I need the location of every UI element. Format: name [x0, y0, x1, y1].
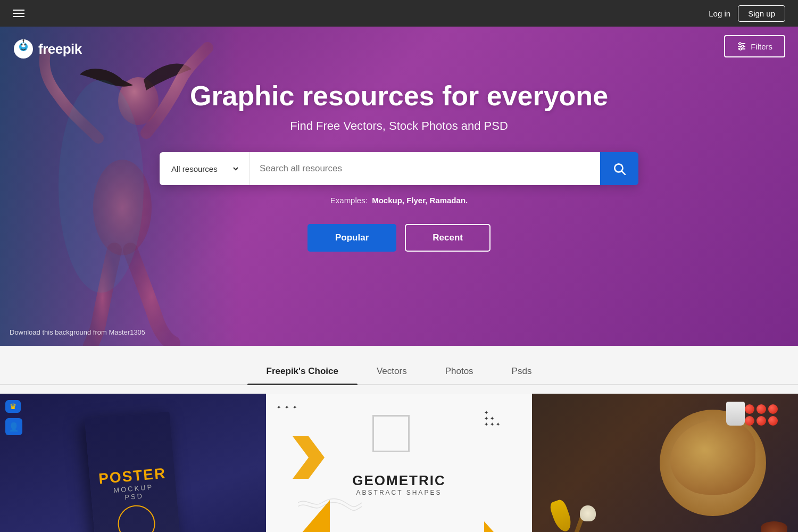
geo-dots-right: ✦✦ ✦✦ ✦ ✦: [484, 410, 500, 427]
svg-marker-18: [293, 436, 325, 479]
psd-label: PSD: [124, 492, 144, 501]
search-category-dropdown[interactable]: All resources Vectors Photos PSDs Icons: [160, 152, 250, 185]
geometric-center-text: GEOMETRIC ABSTRACT SHAPES: [352, 472, 445, 496]
search-input[interactable]: [250, 163, 600, 174]
geo-triangle-right: [484, 521, 532, 532]
tomato-2: [757, 404, 766, 414]
svg-point-13: [739, 43, 741, 45]
food-garlic: [580, 505, 596, 521]
login-link[interactable]: Log in: [709, 9, 730, 18]
tab-freepiks-choice[interactable]: Freepik's Choice: [247, 361, 358, 384]
grid-item-food[interactable]: [532, 394, 798, 532]
category-select[interactable]: All resources Vectors Photos PSDs Icons: [169, 164, 240, 174]
user-icon: 👤: [9, 422, 19, 432]
examples-prefix: Examples:: [330, 196, 368, 205]
user-icon-badge: 👤: [5, 418, 22, 435]
logo-text: freepik: [38, 41, 82, 57]
filters-label: Filters: [751, 42, 772, 51]
svg-line-17: [622, 171, 625, 174]
freepik-logo-icon: [13, 38, 34, 60]
hero-subtitle: Find Free Vectors, Stock Photos and PSD: [11, 119, 787, 133]
search-bar: All resources Vectors Photos PSDs Icons: [160, 152, 638, 185]
filters-icon: [737, 41, 746, 51]
search-button[interactable]: [600, 152, 638, 185]
nav-right: Log in Sign up: [709, 5, 785, 22]
tomato-1: [745, 404, 754, 414]
content-grid: ♛ 👤 POSTER MOCKUP PSD ✦ ✦ ✦ GEOMETRIC AB…: [0, 394, 798, 532]
svg-point-6: [21, 44, 23, 46]
hero-credit: Download this background from Master1305: [10, 328, 145, 336]
food-background: [532, 394, 798, 532]
geo-dots: ✦ ✦ ✦: [277, 404, 298, 410]
pro-badge: ♛: [5, 400, 21, 413]
filters-button[interactable]: Filters: [724, 35, 785, 57]
svg-point-14: [742, 45, 744, 47]
svg-point-15: [739, 48, 742, 50]
logo[interactable]: freepik: [13, 38, 82, 60]
examples-text: Mockup, Flyer, Ramadan.: [372, 196, 468, 205]
food-pepper: [548, 498, 575, 532]
geo-arrow-shape: [293, 436, 325, 481]
search-input-wrapper: [250, 152, 600, 185]
crown-icon: ♛: [10, 402, 16, 411]
tab-vectors[interactable]: Vectors: [358, 361, 426, 384]
tabs-section: Freepik's Choice Vectors Photos Psds: [0, 346, 798, 385]
grid-item-geometric[interactable]: ✦ ✦ ✦ GEOMETRIC ABSTRACT SHAPES ✦✦ ✦✦ ✦ …: [266, 394, 532, 532]
hero-actions: Popular Recent: [11, 224, 787, 252]
hero-content: Graphic resources for everyone Find Free…: [0, 80, 798, 252]
tomato-5: [757, 416, 766, 426]
grid-item-poster[interactable]: ♛ 👤 POSTER MOCKUP PSD: [0, 394, 266, 532]
tab-photos[interactable]: Photos: [426, 361, 493, 384]
popular-button[interactable]: Popular: [307, 224, 396, 252]
svg-point-9: [23, 39, 24, 41]
geometric-title: GEOMETRIC: [352, 472, 445, 489]
tabs-list: Freepik's Choice Vectors Photos Psds: [0, 361, 798, 385]
food-tomatoes: [745, 404, 787, 426]
poster-mockup-visual: POSTER MOCKUP PSD: [85, 412, 181, 532]
tomato-6: [768, 416, 778, 426]
geo-rect-decoration: [372, 415, 410, 452]
search-icon: [612, 162, 626, 176]
hero-title: Graphic resources for everyone: [11, 80, 787, 112]
tomato-3: [768, 404, 778, 414]
svg-point-7: [24, 44, 26, 46]
poster-circle-decoration: [117, 504, 157, 532]
nav-left: [13, 10, 24, 17]
top-navigation: Log in Sign up: [0, 0, 798, 27]
food-mug: [726, 402, 745, 426]
tomato-4: [745, 416, 754, 426]
geo-wavy-lines: [298, 495, 362, 511]
hero-section: freepik Filters Graphic resources for ev…: [0, 27, 798, 346]
hamburger-menu[interactable]: [13, 10, 24, 17]
hero-examples: Examples: Mockup, Flyer, Ramadan.: [11, 196, 787, 205]
signup-button[interactable]: Sign up: [738, 5, 785, 22]
food-spice-bowl: [761, 521, 787, 532]
tab-psds[interactable]: Psds: [493, 361, 551, 384]
geometric-subtitle: ABSTRACT SHAPES: [352, 489, 445, 496]
recent-button[interactable]: Recent: [405, 224, 491, 252]
